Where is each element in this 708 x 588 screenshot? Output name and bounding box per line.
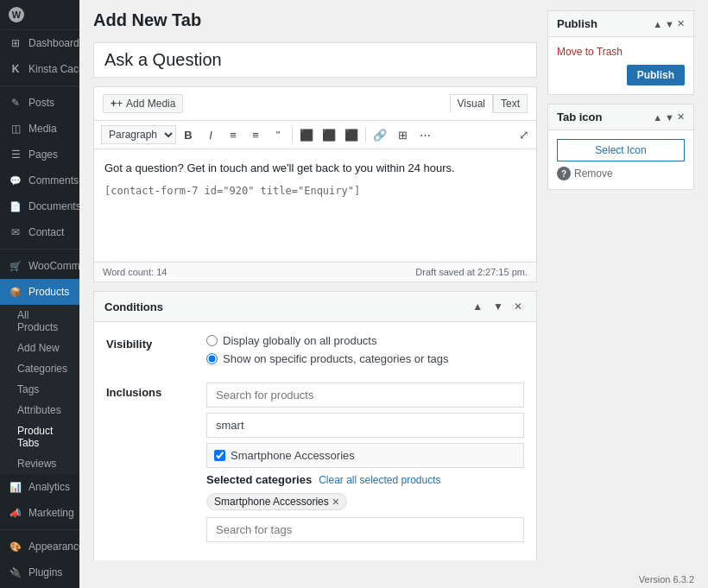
tab-title-input[interactable] [93, 42, 537, 78]
visibility-label: Visibility [106, 334, 193, 351]
unordered-list-button[interactable]: ≡ [223, 124, 243, 145]
format-select[interactable]: Paragraph [101, 125, 176, 144]
add-media-button[interactable]: + Add Media [103, 94, 183, 113]
expand-button[interactable]: ⤢ [519, 128, 529, 142]
move-to-trash-link[interactable]: Move to Trash [557, 46, 685, 58]
sidebar-label-plugins: Plugins [28, 566, 62, 579]
publish-button[interactable]: Publish [627, 65, 685, 85]
sidebar-item-media[interactable]: Media [0, 116, 79, 142]
conditions-close-button[interactable]: ✕ [510, 299, 526, 314]
bold-button[interactable]: B [178, 124, 199, 145]
sidebar-item-reviews[interactable]: Reviews [0, 453, 79, 474]
editor-tab-buttons: Visual Text [450, 94, 528, 113]
sidebar-item-marketing[interactable]: Marketing [0, 500, 79, 526]
align-left-button[interactable]: ⬛ [296, 124, 317, 145]
clear-selected-link[interactable]: Clear all selected products [319, 474, 440, 486]
sidebar: W Dashboard Kinsta Cache Posts Media Pag… [0, 0, 79, 588]
cat-tag-remove-button[interactable]: × [332, 496, 339, 508]
more-button[interactable]: ⋯ [414, 124, 435, 145]
sidebar-item-attributes[interactable]: Attributes [0, 400, 79, 420]
sidebar-item-tags[interactable]: Tags [0, 379, 79, 400]
products-icon [9, 285, 22, 299]
tab-icon-up-button[interactable]: ▲ [653, 111, 662, 123]
sidebar-item-pages[interactable]: Pages [0, 142, 79, 168]
align-right-button[interactable]: ⬛ [341, 124, 362, 145]
radio-specific-option[interactable]: Show on specific products, categories or… [206, 352, 524, 365]
sidebar-logo: W [0, 0, 79, 30]
radio-global-input[interactable] [206, 335, 218, 346]
sidebar-item-products[interactable]: Products [0, 279, 79, 305]
sidebar-item-documents[interactable]: Documents [0, 193, 79, 219]
sidebar-item-appearance[interactable]: Appearance [0, 534, 79, 560]
sidebar-item-dashboard[interactable]: Dashboard [0, 30, 79, 56]
sidebar-item-kinsta[interactable]: Kinsta Cache [0, 56, 79, 82]
sidebar-label-kinsta: Kinsta Cache [28, 63, 79, 75]
editor-shortcode: [contact-form-7 id="920" title="Enquiry"… [104, 183, 526, 199]
radio-specific-label: Show on specific products, categories or… [223, 352, 449, 365]
formatting-bar: Paragraph B I ≡ ≡ " ⬛ ⬛ ⬛ 🔗 ⊞ [94, 121, 536, 149]
conditions-box: Conditions ▲ ▼ ✕ Visibility [93, 291, 537, 560]
publish-down-button[interactable]: ▼ [665, 18, 674, 29]
radio-global-option[interactable]: Display globally on all products [206, 334, 524, 347]
version-bar: Version 6.3.2 [79, 571, 708, 588]
sidebar-item-contact[interactable]: Contact [0, 219, 79, 245]
fmt-separator-1 [292, 127, 293, 142]
publish-widget-header: Publish ▲ ▼ ✕ [548, 11, 693, 37]
blockquote-button[interactable]: " [268, 124, 288, 145]
sidebar-item-add-new[interactable]: Add New [0, 338, 79, 358]
conditions-up-button[interactable]: ▲ [469, 299, 486, 314]
text-tab-button[interactable]: Text [493, 94, 528, 113]
sidebar-item-posts[interactable]: Posts [0, 90, 79, 116]
marketing-icon [9, 506, 22, 520]
sidebar-label-products: Products [28, 286, 69, 298]
publish-close-button[interactable]: ✕ [677, 18, 685, 29]
appearance-icon [9, 540, 22, 553]
sidebar-label-documents: Documents [28, 200, 79, 212]
visibility-row: Visibility Display globally on all produ… [106, 334, 524, 370]
inclusions-row: Inclusions Smartphone Accessories Select… [106, 383, 524, 547]
sidebar-item-woocommerce[interactable]: WooCommerce [0, 253, 79, 279]
posts-icon [9, 96, 22, 110]
conditions-down-button[interactable]: ▼ [490, 299, 507, 314]
editor-toolbar-top: + Add Media Visual Text [94, 87, 536, 121]
remove-icon-link[interactable]: ? Remove [557, 167, 685, 180]
sidebar-item-plugins[interactable]: Plugins [0, 560, 79, 585]
search-tags-input[interactable] [206, 517, 524, 542]
select-icon-button[interactable]: Select Icon [557, 139, 685, 161]
plugins-icon [9, 566, 22, 579]
analytics-icon [9, 480, 22, 494]
tab-icon-widget-controls: ▲ ▼ ✕ [653, 111, 685, 123]
selected-categories-row: Selected categories Clear all selected p… [206, 473, 524, 486]
smartphone-accessories-input[interactable] [214, 450, 225, 461]
sidebar-label-appearance: Appearance [28, 541, 79, 553]
smart-search-input[interactable] [206, 413, 524, 438]
media-icon [9, 122, 22, 136]
search-products-input[interactable] [206, 383, 524, 408]
selected-cats-label: Selected categories [206, 473, 312, 486]
sidebar-label-analytics: Analytics [28, 481, 70, 493]
sidebar-item-comments[interactable]: Comments [0, 168, 79, 193]
editor-content[interactable]: Got a question? Get in touch and we'll g… [94, 149, 536, 262]
tab-icon-down-button[interactable]: ▼ [665, 111, 674, 123]
italic-button[interactable]: I [200, 124, 221, 145]
fmt-separator-2 [365, 127, 366, 142]
visual-tab-button[interactable]: Visual [450, 94, 493, 113]
ordered-list-button[interactable]: ≡ [245, 124, 266, 145]
publish-up-button[interactable]: ▲ [653, 18, 662, 29]
sidebar-label-media: Media [28, 123, 57, 135]
sidebar-item-all-products[interactable]: All Products [0, 305, 79, 338]
sidebar-item-categories[interactable]: Categories [0, 358, 79, 379]
tab-icon-close-button[interactable]: ✕ [677, 111, 685, 123]
tab-icon-widget: Tab icon ▲ ▼ ✕ Select Icon ? Remove [547, 104, 694, 190]
remove-icon-label: Remove [574, 168, 613, 180]
sidebar-item-analytics[interactable]: Analytics [0, 474, 79, 500]
sidebar-item-product-tabs[interactable]: Product Tabs [0, 420, 79, 453]
smartphone-accessories-checkbox[interactable]: Smartphone Accessories [206, 443, 524, 468]
table-button[interactable]: ⊞ [392, 124, 413, 145]
tab-icon-widget-title: Tab icon [557, 111, 653, 123]
radio-specific-input[interactable] [206, 353, 218, 364]
align-center-button[interactable]: ⬛ [319, 124, 339, 145]
link-button[interactable]: 🔗 [370, 124, 390, 145]
tab-icon-widget-header: Tab icon ▲ ▼ ✕ [548, 104, 693, 130]
cat-tag-label: Smartphone Accessories [214, 496, 329, 508]
